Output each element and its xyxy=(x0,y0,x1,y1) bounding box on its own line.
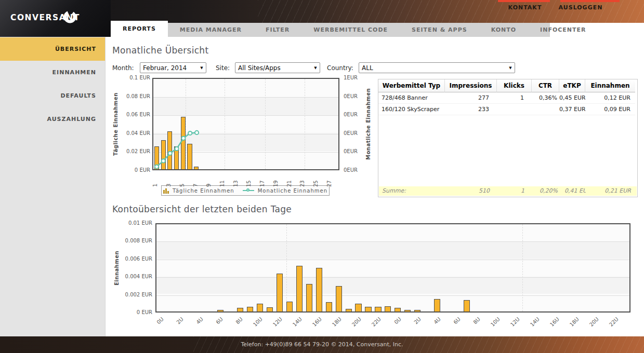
tab-konto[interactable]: KONTO xyxy=(479,23,528,37)
x-tick-label: 8U xyxy=(226,316,244,334)
sidebar-item-übersicht[interactable]: ÜBERSICHT xyxy=(0,37,105,61)
hour-slot xyxy=(235,224,245,311)
x-tick-label: 0U xyxy=(384,316,402,334)
y-axis-title-right: Monatliche Einnahmen xyxy=(365,78,371,170)
hourly-earnings-bar xyxy=(434,299,440,311)
legend-bar xyxy=(165,188,167,194)
x-tick-label: 7 xyxy=(193,173,199,187)
line-marker xyxy=(188,131,192,135)
sidebar: ÜBERSICHTEINNAHMENDEFAULTSAUSZAHLUNG xyxy=(0,37,106,336)
table-summary-row: Summe:51010,20%0,41 EUR0,21 EUR xyxy=(379,186,637,196)
ausloggen-link[interactable]: AUSLOGGEN xyxy=(555,4,606,11)
table-body: 728/468 Banner27710,36%0,45 EUR0,12 EUR1… xyxy=(378,92,637,115)
x-tick-label: 18U xyxy=(324,316,343,334)
hour-slot xyxy=(393,224,403,311)
chevron-down-icon: ▼ xyxy=(198,66,206,70)
y-tick-label: 0.006 EUR xyxy=(106,256,152,262)
x-tick-label: 2U xyxy=(166,316,185,334)
summary-cell: 1 xyxy=(497,186,532,196)
site-select[interactable]: All Sites/Apps ▼ xyxy=(235,62,320,73)
sidebar-item-auszahlung[interactable]: AUSZAHLUNG xyxy=(0,107,105,131)
column-header-einnahmen: Einnahmen xyxy=(585,79,635,92)
hour-slot xyxy=(255,224,265,311)
x-tick-label: 18U xyxy=(562,316,580,334)
x-tick-label: 3 xyxy=(166,173,172,187)
brand-logo: CONVERSANT xyxy=(0,0,111,37)
tab-seiten-apps[interactable]: SEITEN & APPS xyxy=(400,23,479,37)
hourly-earnings-bar xyxy=(257,304,263,311)
hourly-earnings-bar xyxy=(286,302,293,311)
y-tick-label-right: 0EUR xyxy=(344,112,358,118)
hourly-earnings-chart xyxy=(155,223,630,313)
monthly-earnings-line xyxy=(153,79,340,171)
x-tick-label: 10U xyxy=(245,316,264,334)
x-tick-label: 14U xyxy=(285,316,303,334)
hour-slot xyxy=(413,224,423,311)
monthly-earnings-chart xyxy=(152,78,339,170)
hourly-earnings-bar xyxy=(336,286,342,311)
hourly-earnings-bar xyxy=(237,308,243,311)
hourly-earnings-bar xyxy=(316,268,322,311)
hour-slot xyxy=(521,224,531,311)
column-header-klicks: Klicks xyxy=(497,79,532,92)
ausloggen-accent-bar xyxy=(560,0,620,2)
page-title: Monatliche Übersicht xyxy=(112,45,208,56)
tab-media-manager[interactable]: MEDIA MANAGER xyxy=(168,23,254,37)
y-tick-label-left: 0.1 EUR xyxy=(106,75,150,81)
hourly-earnings-bar xyxy=(296,266,303,311)
hour-slot xyxy=(462,224,472,311)
legend-label: Tägliche Einnahmen xyxy=(173,188,234,194)
hour-slot xyxy=(176,224,186,311)
x-tick-label: 1 xyxy=(152,173,158,187)
sidebar-item-einnahmen[interactable]: EINNAHMEN xyxy=(0,61,105,84)
column-header-ctr: CTR xyxy=(532,79,559,92)
x-tick-label: 9 xyxy=(206,173,212,187)
y-tick-label-left: 0.08 EUR xyxy=(106,93,150,100)
y-axis-title-left: Tägliche Einnahmen xyxy=(113,78,119,170)
x-tick-label: 12U xyxy=(503,316,521,334)
y-tick-label: 0.002 EUR xyxy=(106,292,152,298)
country-select[interactable]: ALL ▼ xyxy=(359,62,515,73)
kontakt-accent-bar xyxy=(498,0,550,2)
hour-slot xyxy=(344,224,353,311)
content-area: Monatliche Übersicht Month: Februar, 201… xyxy=(106,37,644,336)
hour-slot xyxy=(541,224,550,311)
tab-infocenter[interactable]: INFOCENTER xyxy=(528,23,598,37)
tab-reports[interactable]: REPORTS xyxy=(111,21,168,37)
hour-slot xyxy=(620,224,629,311)
hour-slot xyxy=(600,224,610,311)
month-select[interactable]: Februar, 2014 ▼ xyxy=(140,62,206,73)
hourly-earnings-bar xyxy=(385,306,391,311)
tab-werbemittel-code[interactable]: WERBEMITTEL CODE xyxy=(301,23,400,37)
kontakt-link[interactable]: KONTAKT xyxy=(502,4,548,11)
app-window: KONTAKT AUSLOGGEN CONVERSANT REPORTSMEDI… xyxy=(0,0,644,353)
bar-chart-icon xyxy=(163,187,169,194)
column-header-etkp: eTKP xyxy=(559,79,585,92)
sidebar-item-defaults[interactable]: DEFAULTS xyxy=(0,84,105,107)
legend-label: Monatliche Einnahmen xyxy=(258,188,327,194)
x-tick-label: 6U xyxy=(206,316,224,334)
x-tick-label: 2U xyxy=(404,316,422,334)
x-tick-label: 10U xyxy=(483,316,501,334)
hourly-earnings-bar xyxy=(267,307,273,311)
line-marker xyxy=(162,159,165,162)
month-select-value: Februar, 2014 xyxy=(140,64,198,72)
y-tick-label: 0.01 EUR xyxy=(106,220,152,226)
x-tick-label: 11 xyxy=(219,173,225,187)
hour-slot xyxy=(432,224,442,311)
hour-slot xyxy=(353,224,363,311)
hourly-earnings-bar xyxy=(404,310,411,311)
hour-slot xyxy=(531,224,541,311)
hourly-earnings-bar xyxy=(395,308,401,311)
x-tick-label: 8U xyxy=(463,316,481,334)
table-row: 160/120 SkyScraper2330,37 EUR0,09 EUR xyxy=(378,104,637,115)
chevron-down-icon: ▼ xyxy=(506,66,515,70)
tab-filter[interactable]: FILTER xyxy=(254,23,301,37)
country-label: Country: xyxy=(327,63,353,73)
x-tick-label: 17 xyxy=(259,173,265,187)
table-cell: 160/120 SkyScraper xyxy=(378,104,445,115)
hour-slot xyxy=(294,224,304,311)
legend-bar xyxy=(167,191,169,194)
hour-slot xyxy=(550,224,560,311)
hour-slot xyxy=(373,224,383,311)
